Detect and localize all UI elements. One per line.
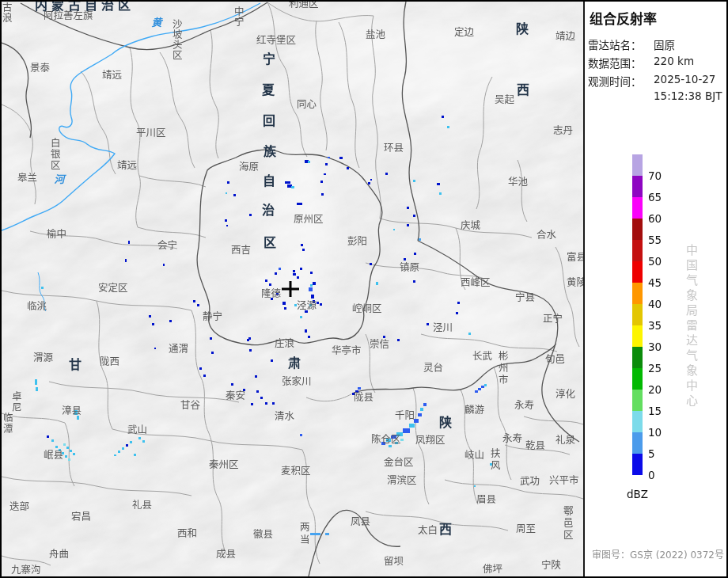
map-place-label: 宁县 [515,291,535,303]
radar-echo [203,375,206,377]
radar-product-window: 阿拉善左旗古浪利通区中宁红寺堡区盐池定边靖边沙坡头区景泰靖远同心吴起志丹平川区白… [0,0,728,578]
radar-echo [41,287,44,289]
map-place-label: 扶 [491,447,501,459]
map-place-label: 靖边 [555,30,576,42]
map-place-label: 利通区 [289,2,319,10]
radar-echo [393,229,395,230]
map-place-label: 正宁 [543,313,563,325]
map-place-label: 庆城 [461,219,481,231]
radar-echo [271,359,273,362]
data-range-label: 数据范围： [588,55,650,70]
radar-echo [397,339,400,341]
province-label: 治 [262,203,275,218]
radar-echo [251,403,253,405]
map-place-label: 红寺堡区 [256,34,296,46]
radar-echo [324,173,326,175]
legend-color-cell [632,154,643,176]
map-place-label: 景泰 [30,62,51,74]
legend-tick-label: 0 [648,468,675,482]
map-place-label: 彬 [499,350,509,362]
map-place-label: 泾川 [433,321,453,333]
obs-time-row2: 15:12:38 BJT [588,89,650,102]
radar-map: 阿拉善左旗古浪利通区中宁红寺堡区盐池定边靖边沙坡头区景泰靖远同心吴起志丹平川区白… [2,2,585,576]
map-place-label: 渭滨区 [387,474,417,486]
radar-echo [442,116,444,118]
radar-echo [370,263,372,265]
radar-echo [265,279,267,282]
radar-echo [211,352,214,354]
radar-echo [368,182,370,184]
map-place-label: 同心 [297,98,317,110]
map-place-label: 舟曲 [49,548,69,560]
legend-tick-label: 65 [648,190,675,204]
map-place-label: 凤翔区 [415,434,446,446]
map-place-label: 隆德 [261,287,282,299]
radar-echo [484,384,487,386]
obs-date-value: 2025-10-27 [654,73,715,86]
radar-echo [65,455,67,458]
radar-echo [320,303,322,306]
radar-echo [320,181,323,183]
map-place-label: 州 [499,362,509,374]
radar-echo [163,264,165,266]
radar-echo [282,302,286,305]
map-place-label: 崇信 [370,338,389,350]
legend-color-cell [632,240,643,261]
radar-echo [456,312,458,314]
radar-echo [437,183,440,185]
obs-time-row: 观测时间： 2025-10-27 [588,73,650,89]
radar-echo [328,157,330,158]
map-place-label: 合水 [537,229,557,241]
radar-echo [310,533,320,535]
map-place-label: 甘谷 [180,399,201,411]
map-place-label: 榆中 [47,228,66,240]
radar-echo [285,181,290,184]
legend-color-cell [632,454,643,475]
map-place-label: 灵台 [423,362,443,374]
radar-echo [193,300,195,302]
radar-echo [231,383,233,386]
map-place-label: 乾县 [525,439,545,451]
map-place-label: 佛坪 [483,563,502,575]
map-place-label: 徽县 [253,528,273,540]
radar-echo [114,454,116,456]
radar-echo [310,272,313,274]
map-place-label: 武功 [520,475,540,487]
map-place-label: 千阳 [395,409,415,421]
legend-tick-label: 25 [648,361,675,375]
map-place-label: 成县 [216,548,236,560]
map-place-label: 张家川 [282,375,312,387]
radar-echo [122,447,124,450]
province-label: 甘 [69,357,82,372]
radar-echo [313,282,316,285]
map-place-label: 宕昌 [71,511,91,523]
map-place-label: 彭阳 [347,235,367,247]
map-place-label: 永寿 [514,399,534,411]
radar-echo [311,295,314,299]
radar-echo [233,194,236,196]
radar-echo [404,258,406,260]
legend-tick-label: 45 [648,276,675,290]
map-place-label: 盐池 [366,29,386,40]
radar-echo [418,413,422,416]
map-place-label: 渭源 [33,352,54,363]
map-place-label: 陈仓区 [371,433,401,445]
radar-echo [63,443,66,446]
radar-echo [317,302,319,304]
radar-echo [347,167,349,169]
radar-echo [36,387,38,391]
radar-echo [300,316,302,318]
radar-echo [419,238,421,241]
station-name-label: 雷达站名： [588,36,650,52]
map-place-label: 庄浪 [275,337,294,349]
map-place-label: 海原 [239,161,259,173]
legend-tick-label: 40 [648,297,675,311]
legend-color-cell [632,219,643,240]
map-place-label: 区 [563,529,574,541]
map-place-label: 宁陕 [541,559,562,571]
radar-echo [47,435,49,438]
radar-echo [409,424,415,428]
map-place-label: 靖远 [117,159,138,171]
map-place-label: 迭部 [9,500,29,512]
cma-watermark: 中国气象局雷达气象中心 [683,244,700,409]
